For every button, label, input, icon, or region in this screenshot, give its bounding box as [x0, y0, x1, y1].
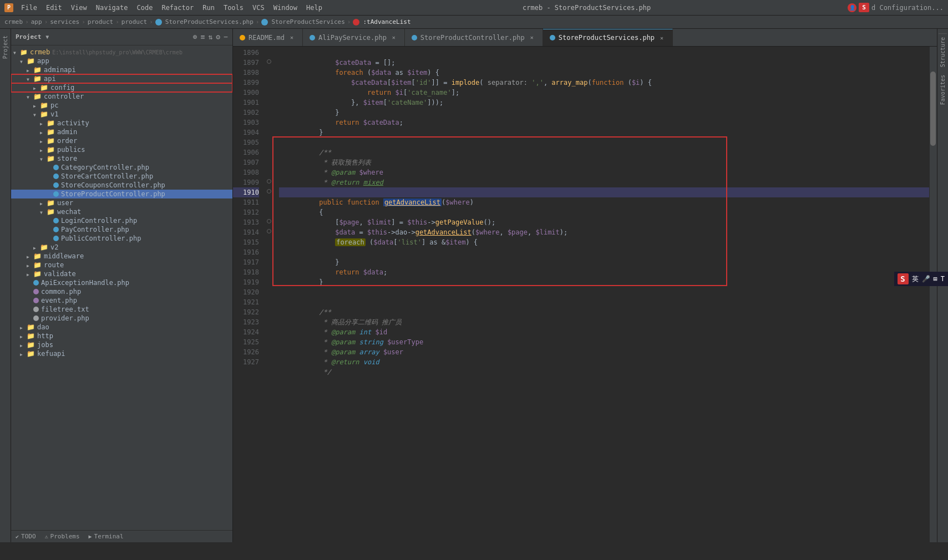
- breadcrumb-product2[interactable]: product: [121, 18, 147, 26]
- tree-order[interactable]: 📁 order: [11, 136, 232, 145]
- menu-code[interactable]: Code: [134, 3, 156, 13]
- ime-logo[interactable]: S: [898, 273, 909, 284]
- breadcrumb-app[interactable]: app: [31, 18, 42, 26]
- tab-close-store-services[interactable]: ✕: [658, 34, 666, 42]
- tree-storecart-ctrl[interactable]: StoreCartController.php: [11, 172, 232, 181]
- tree-pay-ctrl[interactable]: PayController.php: [11, 225, 232, 234]
- scroll-thumb[interactable]: [930, 72, 936, 146]
- code-gutter: [263, 47, 275, 542]
- file-tree-header: Project ▼ ⊕ ≡ ⇅ ⚙ −: [11, 29, 232, 45]
- tree-app[interactable]: 📁 app: [11, 57, 232, 65]
- tree-api[interactable]: 📁 api: [11, 74, 232, 83]
- tree-api-exc[interactable]: ApiExceptionHandle.php: [11, 278, 232, 287]
- todo-btn[interactable]: ✔ TODO: [16, 533, 36, 540]
- code-line-1925: * @param array $user: [279, 337, 932, 347]
- tree-config[interactable]: 📁 config: [11, 83, 232, 92]
- favorites-tab[interactable]: Favorites: [939, 72, 947, 108]
- code-line-1927: */: [279, 357, 932, 367]
- breadcrumb-method-icon: [353, 19, 359, 26]
- menu-view[interactable]: View: [68, 3, 90, 13]
- tab-store-ctrl[interactable]: StoreProductController.php ✕: [405, 29, 543, 46]
- tree-filetree[interactable]: filetree.txt: [11, 305, 232, 314]
- code-editor[interactable]: 1896 1897 1898 1899 1900 1901 1902 1903 …: [233, 47, 937, 542]
- tree-public-ctrl[interactable]: PublicController.php: [11, 234, 232, 243]
- main-area: Project Project ▼ ⊕ ≡ ⇅ ⚙ − 📁 crmeb E:\i…: [0, 29, 948, 542]
- tree-root[interactable]: 📁 crmeb E:\install\phpstudy_pro\WWW\CRME…: [11, 48, 232, 57]
- scrollbar[interactable]: [929, 47, 937, 542]
- tree-wechat[interactable]: 📁 wechat: [11, 207, 232, 216]
- tree-pc[interactable]: 📁 pc: [11, 101, 232, 110]
- menu-vcs[interactable]: VCS: [249, 3, 268, 13]
- editor-tab-bar: README.md ✕ AliPayService.php ✕ StorePro…: [233, 29, 937, 47]
- tree-store[interactable]: 📁 store: [11, 154, 232, 163]
- tree-common[interactable]: common.php: [11, 287, 232, 296]
- menu-navigate[interactable]: Navigate: [93, 3, 131, 13]
- tree-v1[interactable]: 📁 v1: [11, 110, 232, 119]
- breadcrumb-method[interactable]: :tAdvanceList: [363, 18, 410, 26]
- ime-grid[interactable]: ⊞: [934, 275, 937, 283]
- tab-close-readme[interactable]: ✕: [288, 34, 296, 42]
- tree-dao[interactable]: 📁 dao: [11, 323, 232, 332]
- tree-event[interactable]: event.php: [11, 296, 232, 305]
- menu-run[interactable]: Run: [199, 3, 218, 13]
- code-line-1896: $cateData = [];: [279, 48, 932, 58]
- tab-store-services[interactable]: StoreProductServices.php ✕: [543, 29, 673, 46]
- menu-window[interactable]: Window: [270, 3, 301, 13]
- tree-kefuapi[interactable]: 📁 kefuapi: [11, 349, 232, 358]
- problems-btn[interactable]: ⚠ Problems: [45, 533, 80, 540]
- ime-lang[interactable]: 英: [912, 274, 919, 284]
- project-tab[interactable]: Project: [1, 33, 9, 61]
- tab-close-alipay[interactable]: ✕: [390, 34, 398, 42]
- label-route: route: [44, 261, 64, 269]
- code-line-1899: return $i['cate_name'];: [279, 78, 932, 88]
- breadcrumb-class[interactable]: StoreProductServices: [271, 18, 344, 26]
- menu-tools[interactable]: Tools: [220, 3, 247, 13]
- tree-validate[interactable]: 📁 validate: [11, 269, 232, 278]
- code-content[interactable]: $cateData = []; foreach ($data as $item)…: [275, 47, 937, 542]
- menu-refactor[interactable]: Refactor: [158, 3, 197, 13]
- tree-middleware[interactable]: 📁 middleware: [11, 252, 232, 261]
- settings-icon[interactable]: ⚙: [216, 33, 220, 41]
- ime-mic[interactable]: 🎤: [922, 275, 930, 283]
- label-app: app: [37, 57, 49, 65]
- tree-v2[interactable]: 📁 v2: [11, 243, 232, 252]
- tab-close-store-ctrl[interactable]: ✕: [528, 34, 536, 42]
- menu-edit[interactable]: Edit: [43, 3, 65, 13]
- config-label[interactable]: d Configuration...: [871, 4, 944, 12]
- menu-help[interactable]: Help: [303, 3, 326, 13]
- tree-publics[interactable]: 📁 publics: [11, 145, 232, 154]
- tree-user[interactable]: 📁 user: [11, 198, 232, 207]
- sohu-btn[interactable]: S: [859, 3, 869, 12]
- dropdown-arrow[interactable]: ▼: [45, 34, 49, 40]
- terminal-btn[interactable]: ▶ Terminal: [89, 533, 124, 540]
- label-dao: dao: [37, 323, 49, 331]
- user-icon[interactable]: 👤: [848, 3, 856, 12]
- collapse-icon[interactable]: ≡: [201, 33, 205, 41]
- sort-icon[interactable]: ⇅: [209, 33, 213, 41]
- breadcrumb-services[interactable]: services: [50, 18, 79, 26]
- tree-http[interactable]: 📁 http: [11, 332, 232, 340]
- menu-file[interactable]: File: [18, 3, 40, 13]
- tree-activity[interactable]: 📁 activity: [11, 119, 232, 128]
- tree-provider[interactable]: provider.php: [11, 314, 232, 323]
- tree-storecoupons-ctrl[interactable]: StoreCouponsController.php: [11, 181, 232, 190]
- close-icon[interactable]: −: [224, 33, 228, 41]
- ime-expand[interactable]: T: [941, 275, 945, 283]
- structure-tab[interactable]: Structure: [939, 33, 947, 70]
- tree-category-ctrl[interactable]: CategoryController.php: [11, 163, 232, 172]
- tab-alipay[interactable]: AliPayService.php ✕: [303, 29, 405, 46]
- tree-admin[interactable]: 📁 admin: [11, 128, 232, 136]
- label-api: api: [44, 75, 56, 83]
- breadcrumb-file[interactable]: StoreProductServices.php: [165, 18, 254, 26]
- tree-controller[interactable]: 📁 controller: [11, 92, 232, 101]
- breadcrumb-crmeb[interactable]: crmeb: [4, 18, 23, 26]
- locate-icon[interactable]: ⊕: [193, 33, 197, 41]
- tab-readme[interactable]: README.md ✕: [233, 29, 303, 46]
- tree-route[interactable]: 📁 route: [11, 261, 232, 269]
- tree-storeproduct-ctrl[interactable]: StoreProductController.php: [11, 190, 232, 198]
- breadcrumb-product1[interactable]: product: [88, 18, 113, 26]
- tree-jobs[interactable]: 📁 jobs: [11, 340, 232, 349]
- tree-adminapi[interactable]: 📁 adminapi: [11, 65, 232, 74]
- app-icon: P: [4, 3, 13, 12]
- tree-login-ctrl[interactable]: LoginController.php: [11, 216, 232, 225]
